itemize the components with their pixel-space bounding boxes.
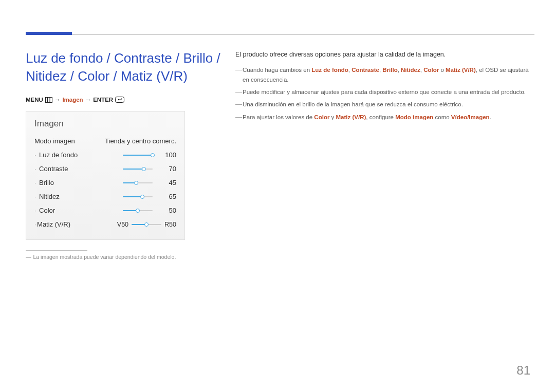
slider-label: Color bbox=[39, 207, 55, 214]
mode-value: Tienda y centro comerc. bbox=[105, 137, 176, 145]
slider-label: Brillo bbox=[39, 179, 54, 186]
matiz-left: V50 bbox=[117, 221, 128, 228]
intro-text: El producto ofrece diversas opciones par… bbox=[235, 49, 534, 60]
note-4: ― Para ajustar los valores de Color y Ma… bbox=[235, 113, 534, 122]
settings-panel: Imagen Modo imagen Tienda y centro comer… bbox=[26, 111, 185, 240]
matiz-right: R50 bbox=[164, 221, 176, 228]
slider-label: Nitidez bbox=[39, 193, 60, 200]
page-number: 81 bbox=[516, 363, 530, 378]
bullet-dot: · bbox=[34, 152, 36, 158]
slider-label: Contraste bbox=[39, 165, 68, 173]
header-rule bbox=[26, 26, 534, 35]
breadcrumb-imagen: Imagen bbox=[62, 97, 83, 103]
slider-value: 100 bbox=[157, 151, 176, 159]
breadcrumb: MENU → Imagen → ENTER bbox=[26, 97, 221, 103]
slider-value: 70 bbox=[157, 165, 176, 173]
note-2: ― Puede modificar y almacenar ajustes pa… bbox=[235, 87, 534, 97]
slider-track[interactable] bbox=[132, 222, 161, 227]
slider-label: Luz de fondo bbox=[39, 151, 78, 159]
mode-label: Modo imagen bbox=[34, 137, 75, 145]
slider-row-color[interactable]: ·Color 50 bbox=[34, 203, 176, 217]
footnote-text: La imagen mostrada puede variar dependie… bbox=[33, 254, 176, 260]
slider-row-matiz[interactable]: ·Matiz (V/R) V50 R50 bbox=[34, 217, 176, 231]
breadcrumb-menu: MENU bbox=[26, 97, 43, 103]
breadcrumb-arrow-2: → bbox=[85, 97, 91, 103]
footnote: ―La imagen mostrada puede variar dependi… bbox=[26, 250, 221, 260]
slider-track[interactable] bbox=[123, 153, 153, 158]
breadcrumb-enter: ENTER bbox=[93, 97, 113, 103]
svg-rect-0 bbox=[45, 97, 52, 102]
slider-track[interactable] bbox=[123, 194, 153, 199]
note-1: ― Cuando haga cambios en Luz de fondo, C… bbox=[235, 65, 534, 84]
slider-value: 50 bbox=[157, 207, 176, 214]
slider-value: 65 bbox=[157, 193, 176, 200]
slider-row-brillo[interactable]: ·Brillo 45 bbox=[34, 176, 176, 190]
slider-value: 45 bbox=[157, 179, 176, 186]
slider-track[interactable] bbox=[123, 208, 153, 213]
panel-title: Imagen bbox=[34, 119, 176, 129]
page-title: Luz de fondo / Contraste / Brillo / Niti… bbox=[26, 49, 221, 85]
slider-track[interactable] bbox=[123, 166, 153, 172]
enter-icon bbox=[115, 97, 124, 103]
slider-track[interactable] bbox=[123, 180, 153, 185]
slider-row-nitidez[interactable]: ·Nitidez 65 bbox=[34, 190, 176, 203]
menu-icon bbox=[45, 97, 52, 103]
note-3: ― Una disminución en el brillo de la ima… bbox=[235, 100, 534, 109]
slider-row-contraste[interactable]: ·Contraste 70 bbox=[34, 162, 176, 176]
slider-label: Matiz (V/R) bbox=[37, 220, 70, 228]
slider-row-luz[interactable]: ·Luz de fondo 100 bbox=[34, 148, 176, 162]
breadcrumb-arrow-1: → bbox=[54, 97, 61, 103]
mode-row[interactable]: Modo imagen Tienda y centro comerc. bbox=[34, 134, 176, 148]
